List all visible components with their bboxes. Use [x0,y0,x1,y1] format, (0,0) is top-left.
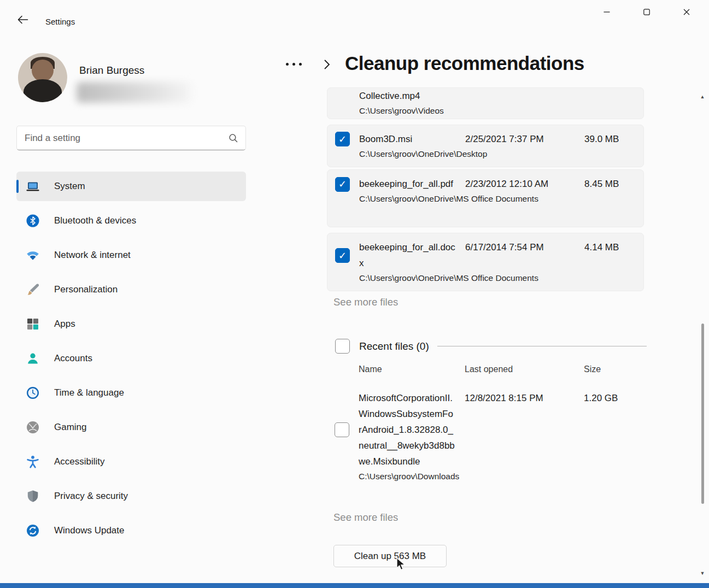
scrollbar-up-arrow[interactable]: ▲ [698,94,707,99]
file-path: C:\Users\groov\OneDrive\MS Office Docume… [359,192,638,205]
system-icon [26,179,40,193]
chevron-right-icon [323,58,331,73]
sidebar-item-accounts[interactable]: Accounts [16,344,246,373]
xbox-icon [26,420,40,434]
apps-grid-icon [26,317,40,331]
recent-files-column-headers: Name Last opened Size [327,363,644,376]
recent-file-row[interactable]: MicrosoftCorporationII.WindowsSubsystemF… [327,390,644,483]
wifi-icon [26,248,40,262]
file-card[interactable]: beekeeping_for_all.pdf 2/23/2012 12:10 A… [327,169,644,227]
avatar[interactable] [18,53,67,102]
file-path: C:\Users\groov\Downloads [359,470,644,483]
sidebar-item-gaming[interactable]: Gaming [16,413,246,442]
user-email-redacted [77,82,191,103]
file-path: C:\Users\groov\OneDrive\MS Office Docume… [359,272,638,285]
clean-up-button[interactable]: Clean up 563 MB [333,545,447,567]
see-more-files-link[interactable]: See more files [333,296,398,308]
recent-files-title: Recent files (0) [359,340,429,352]
sidebar-item-label: Personalization [54,284,118,295]
person-icon [26,351,40,366]
shield-icon [26,489,40,503]
window-title: Settings [45,17,75,26]
file-size: 8.45 MB [584,176,638,192]
sidebar-item-system[interactable]: System [16,172,246,201]
file-path: C:\Users\groov\OneDrive\Desktop [359,148,638,161]
file-card-partial[interactable]: Collective.mp4 C:\Users\groov\Videos [327,87,644,119]
close-button[interactable] [674,0,699,25]
sidebar-item-bluetooth-devices[interactable]: Bluetooth & devices [16,206,246,236]
search-box[interactable] [16,126,246,150]
sidebar-item-windows-update[interactable]: Windows Update [16,516,246,545]
file-date: 12/8/2021 8:15 PM [465,390,584,406]
sidebar-nav: System Bluetooth & devices Network & int… [16,172,246,550]
file-date: 2/23/2012 12:10 AM [465,176,584,192]
recent-files-checkbox[interactable] [335,339,350,354]
back-button[interactable] [13,12,33,30]
user-name: Brian Burgess [79,64,144,77]
file-path: C:\Users\groov\Videos [359,104,638,117]
column-header-name: Name [359,363,465,376]
file-card[interactable]: Boom3D.msi 2/25/2021 7:37 PM 39.0 MB C:\… [327,125,644,167]
brush-icon [26,283,40,297]
sidebar-item-label: Windows Update [54,525,125,536]
scrollbar-thumb[interactable] [701,324,704,504]
sidebar-item-apps[interactable]: Apps [16,309,246,339]
breadcrumb-more-button[interactable] [285,57,307,71]
sidebar-item-label: Accessibility [54,456,105,467]
scrollbar-down-arrow[interactable]: ▼ [698,571,707,576]
back-arrow-icon [17,15,28,26]
close-icon [683,8,690,17]
clock-icon [26,386,40,400]
sidebar-item-personalization[interactable]: Personalization [16,275,246,304]
file-size: 39.0 MB [584,131,638,147]
sidebar-item-time-language[interactable]: Time & language [16,378,246,408]
see-more-files-link[interactable]: See more files [333,511,398,524]
update-refresh-icon [26,524,40,538]
search-icon[interactable] [228,133,238,145]
sidebar-item-accessibility[interactable]: Accessibility [16,447,246,477]
file-card[interactable]: beekeeping_for_all.docx 6/17/2014 7:54 P… [327,233,644,291]
column-header-size: Size [584,363,644,376]
sidebar-item-label: Network & internet [54,250,131,261]
column-header-last-opened: Last opened [465,363,584,376]
page-title: Cleanup recommendations [345,52,584,74]
maximize-icon [643,8,650,17]
desktop-edge [0,583,709,588]
maximize-button[interactable] [634,0,659,25]
minimize-icon [603,8,610,17]
file-checkbox[interactable] [335,248,350,263]
file-size: 4.14 MB [584,239,638,255]
file-size: 1.20 GB [584,390,644,406]
sidebar-item-privacy-security[interactable]: Privacy & security [16,481,246,511]
file-checkbox[interactable] [335,422,349,437]
sidebar-item-label: Privacy & security [54,491,128,502]
sidebar-item-label: Gaming [54,422,87,433]
file-name: beekeeping_for_all.pdf [359,176,465,192]
section-divider [437,346,647,346]
file-checkbox[interactable] [335,177,350,192]
recent-files-header: Recent files (0) [335,339,647,354]
sidebar-item-label: System [54,181,85,192]
sidebar-item-network-internet[interactable]: Network & internet [16,240,246,270]
sidebar-item-label: Bluetooth & devices [54,215,136,226]
sidebar-item-label: Apps [54,319,75,330]
search-input[interactable] [17,126,245,150]
file-date: 2/25/2021 7:37 PM [465,131,584,147]
minimize-button[interactable] [594,0,619,25]
accessibility-icon [26,455,40,469]
file-name: MicrosoftCorporationII.WindowsSubsystemF… [359,390,465,469]
sidebar-item-label: Accounts [54,353,92,364]
file-date: 6/17/2014 7:54 PM [465,239,584,255]
sidebar-item-label: Time & language [54,387,124,398]
bluetooth-icon [26,214,40,228]
file-name: beekeeping_for_all.docx [359,239,465,271]
file-checkbox[interactable] [335,132,350,146]
file-name: Collective.mp4 [359,88,465,104]
file-name: Boom3D.msi [359,131,465,147]
